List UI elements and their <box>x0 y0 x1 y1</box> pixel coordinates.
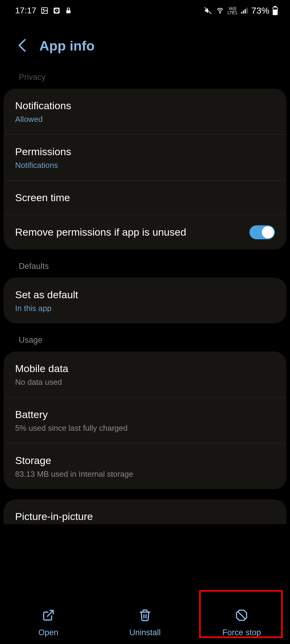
force-stop-button[interactable]: Force stop <box>193 609 290 637</box>
svg-rect-7 <box>241 12 242 14</box>
remove-permissions-title: Remove permissions if app is unused <box>15 225 186 239</box>
battery-sub: 5% used since last fully charged <box>15 423 275 433</box>
bottom-action-bar: Open Uninstall Force stop <box>0 603 290 644</box>
signal-icon <box>240 7 248 14</box>
svg-rect-4 <box>66 10 71 13</box>
trash-icon <box>139 609 151 624</box>
battery-title: Battery <box>15 408 275 421</box>
remove-permissions-row[interactable]: Remove permissions if app is unused <box>4 215 286 250</box>
storage-title: Storage <box>15 454 275 467</box>
defaults-card: Set as default In this app <box>4 278 286 323</box>
volte-indicator: Vo))LTE1 <box>228 6 237 15</box>
svg-rect-13 <box>273 8 277 10</box>
pip-card[interactable]: Picture-in-picture <box>4 499 286 524</box>
battery-row[interactable]: Battery 5% used since last fully charged <box>4 397 286 443</box>
clock-app-icon <box>53 7 61 15</box>
svg-rect-9 <box>245 9 246 13</box>
status-time: 17:17 <box>15 6 36 15</box>
page-title: App info <box>39 38 94 54</box>
uninstall-button[interactable]: Uninstall <box>97 609 193 637</box>
usage-card: Mobile data No data used Battery 5% used… <box>4 351 286 489</box>
svg-rect-12 <box>274 6 276 7</box>
mobile-data-title: Mobile data <box>15 362 275 375</box>
header: App info <box>0 21 290 68</box>
wifi-icon <box>216 7 225 14</box>
lock-icon <box>65 6 72 15</box>
vibrate-mute-icon <box>203 7 213 15</box>
set-default-title: Set as default <box>15 288 275 301</box>
notifications-row[interactable]: Notifications Allowed <box>4 89 286 134</box>
screen-time-title: Screen time <box>15 191 275 204</box>
open-label: Open <box>38 628 58 637</box>
svg-point-6 <box>219 12 220 13</box>
battery-percent: 73% <box>251 5 269 16</box>
status-bar: 17:17 Vo))LTE1 73% <box>0 0 290 21</box>
toggle-knob <box>262 226 274 238</box>
storage-sub: 83.13 MB used in Internal storage <box>15 469 275 479</box>
privacy-card: Notifications Allowed Permissions Notifi… <box>4 89 286 250</box>
open-icon <box>42 609 55 624</box>
permissions-sub: Notifications <box>15 161 275 170</box>
remove-permissions-toggle[interactable] <box>249 225 275 239</box>
notifications-sub: Allowed <box>15 115 275 124</box>
svg-line-17 <box>239 612 245 619</box>
svg-rect-8 <box>243 11 244 14</box>
mobile-data-sub: No data used <box>15 378 275 387</box>
battery-icon <box>272 6 278 15</box>
section-label-defaults: Defaults <box>4 257 286 278</box>
mobile-data-row[interactable]: Mobile data No data used <box>4 351 286 397</box>
storage-row[interactable]: Storage 83.13 MB used in Internal storag… <box>4 443 286 489</box>
set-default-sub: In this app <box>15 304 275 313</box>
pip-title: Picture-in-picture <box>15 510 275 523</box>
section-label-usage: Usage <box>4 331 286 351</box>
back-arrow-icon[interactable] <box>18 39 26 53</box>
picture-icon <box>41 7 48 15</box>
set-default-row[interactable]: Set as default In this app <box>4 278 286 323</box>
permissions-row[interactable]: Permissions Notifications <box>4 134 286 180</box>
notifications-title: Notifications <box>15 99 275 112</box>
svg-rect-10 <box>246 8 248 13</box>
uninstall-label: Uninstall <box>129 628 161 637</box>
screen-time-row[interactable]: Screen time <box>4 180 286 214</box>
permissions-title: Permissions <box>15 145 275 158</box>
open-button[interactable]: Open <box>0 609 97 637</box>
stop-icon <box>235 609 248 624</box>
svg-point-1 <box>43 9 44 10</box>
force-stop-label: Force stop <box>222 628 261 637</box>
section-label-privacy: Privacy <box>4 68 286 89</box>
